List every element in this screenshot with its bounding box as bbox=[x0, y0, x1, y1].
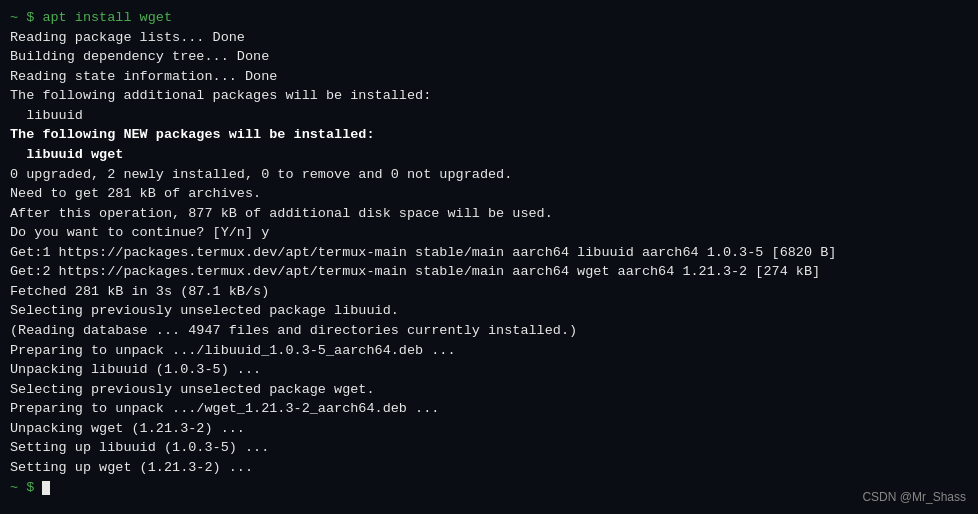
terminal-line: ~ $ apt install wget bbox=[10, 8, 968, 28]
terminal-line: Setting up libuuid (1.0.3-5) ... bbox=[10, 438, 968, 458]
terminal-line: Get:2 https://packages.termux.dev/apt/te… bbox=[10, 262, 968, 282]
terminal-line: The following NEW packages will be insta… bbox=[10, 125, 968, 145]
terminal-line: Unpacking libuuid (1.0.3-5) ... bbox=[10, 360, 968, 380]
terminal-line: Unpacking wget (1.21.3-2) ... bbox=[10, 419, 968, 439]
terminal-line: Do you want to continue? [Y/n] y bbox=[10, 223, 968, 243]
terminal-line: Selecting previously unselected package … bbox=[10, 380, 968, 400]
terminal-line: libuuid wget bbox=[10, 145, 968, 165]
terminal-line: (Reading database ... 4947 files and dir… bbox=[10, 321, 968, 341]
terminal-line: Get:1 https://packages.termux.dev/apt/te… bbox=[10, 243, 968, 263]
terminal-window: ~ $ apt install wgetReading package list… bbox=[0, 0, 978, 514]
terminal-line: libuuid bbox=[10, 106, 968, 126]
terminal-line: Reading state information... Done bbox=[10, 67, 968, 87]
watermark: CSDN @Mr_Shass bbox=[862, 490, 966, 504]
terminal-line: Fetched 281 kB in 3s (87.1 kB/s) bbox=[10, 282, 968, 302]
terminal-output: ~ $ apt install wgetReading package list… bbox=[10, 8, 968, 497]
terminal-line: Selecting previously unselected package … bbox=[10, 301, 968, 321]
terminal-line: The following additional packages will b… bbox=[10, 86, 968, 106]
terminal-line: After this operation, 877 kB of addition… bbox=[10, 204, 968, 224]
terminal-line: 0 upgraded, 2 newly installed, 0 to remo… bbox=[10, 165, 968, 185]
terminal-line: Need to get 281 kB of archives. bbox=[10, 184, 968, 204]
terminal-line: Setting up wget (1.21.3-2) ... bbox=[10, 458, 968, 478]
terminal-line: Preparing to unpack .../wget_1.21.3-2_aa… bbox=[10, 399, 968, 419]
terminal-cursor bbox=[42, 481, 50, 495]
terminal-line: Preparing to unpack .../libuuid_1.0.3-5_… bbox=[10, 341, 968, 361]
terminal-line: Building dependency tree... Done bbox=[10, 47, 968, 67]
terminal-line: ~ $ bbox=[10, 478, 968, 498]
terminal-line: Reading package lists... Done bbox=[10, 28, 968, 48]
